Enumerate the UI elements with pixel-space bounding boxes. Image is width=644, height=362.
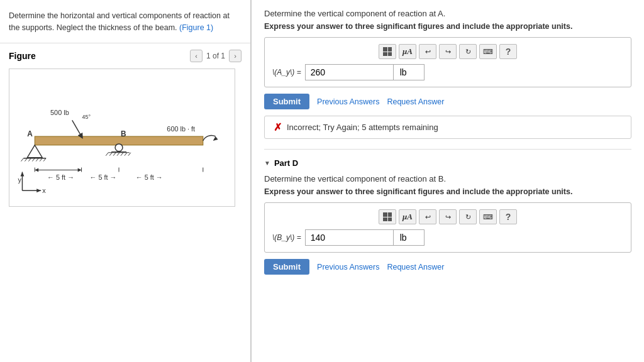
problem-statement: Determine the horizontal and vertical co… [0, 0, 250, 43]
figure-title: Figure [9, 51, 190, 61]
mu-label: μΑ [402, 47, 413, 57]
part-d-redo-icon [445, 213, 451, 221]
keyboard-icon [483, 48, 493, 56]
svg-text:600 lb · ft: 600 lb · ft [167, 125, 195, 133]
svg-text:x: x [42, 187, 46, 194]
part-c-answer-row: \(A_y\) = lb [272, 64, 623, 80]
prev-figure-button[interactable]: ‹ [190, 50, 203, 62]
part-d-keyboard-button[interactable] [479, 209, 497, 224]
figure-nav-controls: ‹ 1 of 1 › [190, 50, 242, 62]
part-d-matrix-icon-button[interactable] [379, 209, 396, 224]
part-d-undo-icon [425, 213, 431, 221]
undo-icon [425, 48, 431, 56]
mu-button[interactable]: μΑ [399, 44, 416, 59]
right-panel: Determine the vertical component of reac… [252, 0, 644, 362]
svg-text:A: A [27, 129, 33, 138]
svg-text:← 5 ft →: ← 5 ft → [89, 173, 116, 181]
incorrect-text: Incorrect; Try Again; 5 attempts remaini… [287, 123, 438, 132]
x-incorrect-icon: ✗ [274, 121, 282, 133]
part-c-submit-button[interactable]: Submit [264, 94, 309, 109]
part-c-incorrect-box: ✗ Incorrect; Try Again; 5 attempts remai… [264, 116, 631, 139]
part-d-answer-row: \(B_y\) = lb [272, 229, 623, 246]
part-c-unit: lb [393, 64, 425, 80]
matrix-icon-button[interactable] [379, 44, 396, 59]
figure-link[interactable]: (Figure 1) [179, 23, 213, 32]
part-d-mu-button[interactable]: μΑ [399, 209, 416, 224]
svg-text:B: B [121, 129, 126, 138]
svg-text:y: y [18, 176, 22, 184]
part-d-title: Determine the vertical component of reac… [264, 174, 631, 184]
part-d-action-row: Submit Previous Answers Request Answer [264, 259, 631, 275]
part-d-refresh-icon [465, 213, 471, 221]
svg-text:45°: 45° [82, 114, 91, 120]
beam-diagram-svg: 500 lb 45° 600 lb · ft ← 5 ft → [9, 69, 235, 206]
part-d-undo-button[interactable] [419, 209, 436, 224]
part-d-prev-answers-button[interactable]: Previous Answers [317, 263, 379, 272]
matrix-icon [383, 47, 392, 56]
part-c-instruction: Express your answer to three significant… [264, 22, 631, 31]
part-d-label: Part D [274, 158, 298, 168]
part-d-refresh-button[interactable] [459, 209, 477, 224]
part-c-action-row: Submit Previous Answers Request Answer [264, 94, 631, 109]
collapse-icon[interactable]: ▼ [264, 160, 270, 167]
part-d-answer-label: \(B_y\) = [272, 233, 301, 242]
refresh-icon [465, 48, 471, 56]
redo-icon [445, 48, 451, 56]
part-d-redo-button[interactable] [439, 209, 457, 224]
part-d-header: ▼ Part D [264, 158, 631, 168]
svg-text:500 lb: 500 lb [50, 109, 69, 116]
svg-point-11 [115, 143, 123, 151]
part-d-help-label: ? [506, 212, 511, 222]
svg-text:← 5 ft →: ← 5 ft → [47, 173, 74, 181]
part-c-answer-label: \(A_y\) = [272, 68, 301, 77]
figure-page: 1 of 1 [206, 52, 225, 60]
part-d-submit-button[interactable]: Submit [264, 259, 309, 275]
help-button[interactable]: ? [499, 44, 517, 59]
part-c-request-answer-button[interactable]: Request Answer [387, 97, 444, 106]
part-d-help-button[interactable]: ? [499, 209, 517, 224]
left-panel: Determine the horizontal and vertical co… [0, 0, 252, 362]
part-d-section: ▼ Part D Determine the vertical componen… [264, 149, 631, 275]
help-label: ? [506, 47, 511, 57]
part-d-request-answer-button[interactable]: Request Answer [387, 263, 444, 272]
redo-button[interactable] [439, 44, 457, 59]
part-d-answer-input[interactable] [305, 229, 393, 246]
part-d-mu-label: μΑ [402, 212, 413, 222]
part-c-answer-input[interactable] [305, 64, 393, 80]
undo-button[interactable] [419, 44, 436, 59]
part-c-input-box: μΑ ? \(A_y\) = lb [264, 37, 631, 87]
keyboard-button[interactable] [479, 44, 497, 59]
part-c-prev-answers-button[interactable]: Previous Answers [317, 97, 379, 106]
figure-header: Figure ‹ 1 of 1 › [9, 50, 242, 62]
refresh-button[interactable] [459, 44, 477, 59]
part-d-matrix-icon [383, 212, 392, 221]
svg-text:← 5 ft →: ← 5 ft → [136, 173, 163, 181]
part-d-instruction: Express your answer to three significant… [264, 187, 631, 196]
next-figure-button[interactable]: › [229, 50, 242, 62]
part-d-keyboard-icon [483, 213, 493, 221]
figure-diagram: 500 lb 45° 600 lb · ft ← 5 ft → [9, 69, 235, 207]
part-c-title: Determine the vertical component of reac… [264, 9, 631, 18]
part-d-unit: lb [393, 229, 425, 246]
part-c-toolbar: μΑ ? [272, 44, 623, 59]
figure-area: Figure ‹ 1 of 1 › [0, 43, 250, 363]
part-d-toolbar: μΑ ? [272, 209, 623, 224]
part-d-input-box: μΑ ? \(B_y\) = [264, 202, 631, 253]
